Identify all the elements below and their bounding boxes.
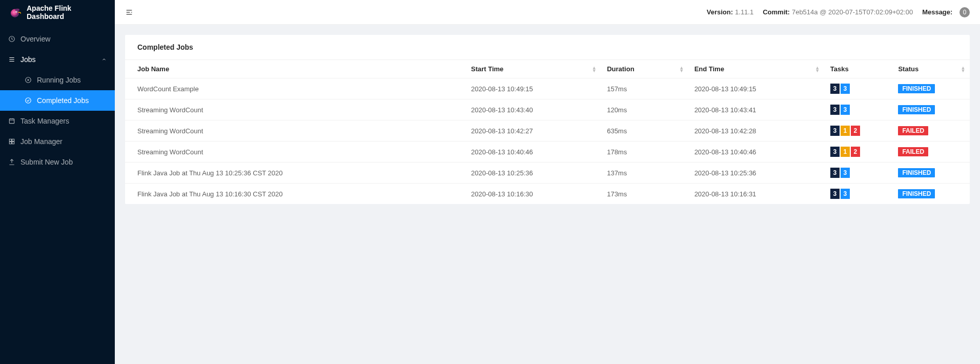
cell-status: FINISHED (892, 78, 970, 99)
task-badges: 312 (830, 147, 860, 157)
col-header-status[interactable]: Status▲▼ (892, 60, 970, 78)
task-badge: 3 (830, 147, 840, 157)
cell-start-time: 2020-08-13 10:40:46 (465, 141, 601, 163)
cell-start-time: 2020-08-13 10:16:30 (465, 184, 601, 205)
cell-status: FINISHED (892, 184, 970, 205)
schedule-icon (8, 117, 15, 125)
cell-end-time: 2020-08-13 10:43:41 (688, 99, 824, 120)
brand-title: Apache Flink Dashboard (27, 4, 107, 21)
menu-fold-icon[interactable] (125, 8, 133, 16)
sidebar-item-running-jobs[interactable]: Running Jobs (0, 70, 115, 90)
sidebar-item-submit-new-job[interactable]: Submit New Job (0, 152, 115, 172)
col-header-job-name[interactable]: Job Name (125, 60, 465, 78)
status-badge: FINISHED (898, 168, 935, 177)
status-badge: FAILED (898, 147, 928, 156)
cell-tasks: 312 (824, 141, 892, 163)
sort-icon: ▲▼ (679, 66, 684, 72)
cell-job-name: Streaming WordCount (125, 120, 465, 141)
cell-start-time: 2020-08-13 10:43:40 (465, 99, 601, 120)
commit-label: Commit: (763, 8, 790, 16)
svg-rect-9 (12, 139, 14, 141)
dashboard-icon (8, 35, 15, 43)
cell-start-time: 2020-08-13 10:49:15 (465, 78, 601, 99)
cell-start-time: 2020-08-13 10:25:36 (465, 163, 601, 184)
table-row[interactable]: Flink Java Job at Thu Aug 13 10:16:30 CS… (125, 184, 970, 205)
status-badge: FINISHED (898, 105, 935, 114)
sidebar-item-completed-jobs[interactable]: Completed Jobs (0, 90, 115, 111)
table-row[interactable]: Streaming WordCount2020-08-13 10:42:2763… (125, 120, 970, 141)
sidebar-item-label: Completed Jobs (37, 96, 107, 105)
sidebar: Apache Flink Dashboard Overview Jobs Run… (0, 0, 115, 364)
task-badges: 33 (830, 168, 850, 178)
sidebar-item-label: Job Manager (21, 137, 107, 146)
task-badge: 3 (841, 189, 850, 199)
sidebar-item-jobs[interactable]: Jobs (0, 49, 115, 70)
sidebar-item-label: Task Managers (21, 117, 107, 125)
cell-status: FAILED (892, 141, 970, 163)
sidebar-item-label: Jobs (21, 55, 101, 64)
cell-job-name: Flink Java Job at Thu Aug 13 10:16:30 CS… (125, 184, 465, 205)
commit-info: Commit:7eb514a @ 2020-07-15T07:02:09+02:… (763, 8, 913, 16)
cell-status: FINISHED (892, 99, 970, 120)
task-badge: 3 (830, 168, 840, 178)
sidebar-item-label: Running Jobs (37, 76, 107, 84)
cell-duration: 173ms (601, 184, 688, 205)
cell-end-time: 2020-08-13 10:25:36 (688, 163, 824, 184)
svg-rect-10 (9, 142, 11, 144)
table-row[interactable]: Streaming WordCount2020-08-13 10:43:4012… (125, 99, 970, 120)
task-badges: 33 (830, 105, 850, 115)
cell-duration: 137ms (601, 163, 688, 184)
svg-rect-7 (9, 119, 14, 124)
cell-start-time: 2020-08-13 10:42:27 (465, 120, 601, 141)
cell-job-name: WordCount Example (125, 78, 465, 99)
message-label: Message: (922, 8, 952, 16)
cell-status: FINISHED (892, 163, 970, 184)
task-badge: 2 (851, 147, 860, 157)
table-row[interactable]: WordCount Example2020-08-13 10:49:15157m… (125, 78, 970, 99)
check-circle-icon (25, 97, 32, 104)
sidebar-item-overview[interactable]: Overview (0, 29, 115, 49)
cell-end-time: 2020-08-13 10:40:46 (688, 141, 824, 163)
build-icon (8, 138, 15, 145)
task-badge: 3 (830, 84, 840, 94)
table-row[interactable]: Flink Java Job at Thu Aug 13 10:25:36 CS… (125, 163, 970, 184)
sort-icon: ▲▼ (815, 66, 820, 72)
cell-tasks: 33 (824, 78, 892, 99)
col-header-end-time[interactable]: End Time▲▼ (688, 60, 824, 78)
status-badge: FINISHED (898, 84, 935, 93)
topbar: Version:1.11.1 Commit:7eb514a @ 2020-07-… (115, 0, 980, 25)
col-header-start-time[interactable]: Start Time▲▼ (465, 60, 601, 78)
task-badges: 33 (830, 189, 850, 199)
col-header-duration[interactable]: Duration▲▼ (601, 60, 688, 78)
svg-rect-8 (9, 139, 11, 141)
task-badge: 3 (830, 126, 840, 136)
message-info[interactable]: Message: 0 (922, 7, 970, 17)
task-badge: 1 (841, 126, 850, 136)
play-circle-icon (25, 76, 32, 84)
task-badge: 3 (841, 105, 850, 115)
cell-status: FAILED (892, 120, 970, 141)
task-badge: 2 (851, 126, 860, 136)
svg-point-3 (16, 11, 17, 12)
message-count-badge: 0 (959, 7, 970, 17)
version-label: Version: (707, 8, 733, 16)
version-info: Version:1.11.1 (707, 8, 753, 16)
sort-icon: ▲▼ (961, 66, 966, 72)
cell-duration: 157ms (601, 78, 688, 99)
cell-duration: 178ms (601, 141, 688, 163)
cell-end-time: 2020-08-13 10:16:31 (688, 184, 824, 205)
completed-jobs-table: Job Name Start Time▲▼ Duration▲▼ End Tim… (125, 59, 970, 204)
sidebar-item-job-manager[interactable]: Job Manager (0, 131, 115, 152)
bars-icon (8, 56, 15, 63)
col-header-tasks[interactable]: Tasks (824, 60, 892, 78)
cell-duration: 120ms (601, 99, 688, 120)
status-badge: FAILED (898, 126, 928, 135)
task-badges: 312 (830, 126, 860, 136)
table-row[interactable]: Streaming WordCount2020-08-13 10:40:4617… (125, 141, 970, 163)
sidebar-item-label: Submit New Job (21, 158, 107, 166)
sidebar-item-task-managers[interactable]: Task Managers (0, 111, 115, 131)
svg-point-6 (26, 98, 31, 104)
svg-rect-11 (12, 142, 14, 144)
cell-job-name: Streaming WordCount (125, 141, 465, 163)
cell-job-name: Streaming WordCount (125, 99, 465, 120)
